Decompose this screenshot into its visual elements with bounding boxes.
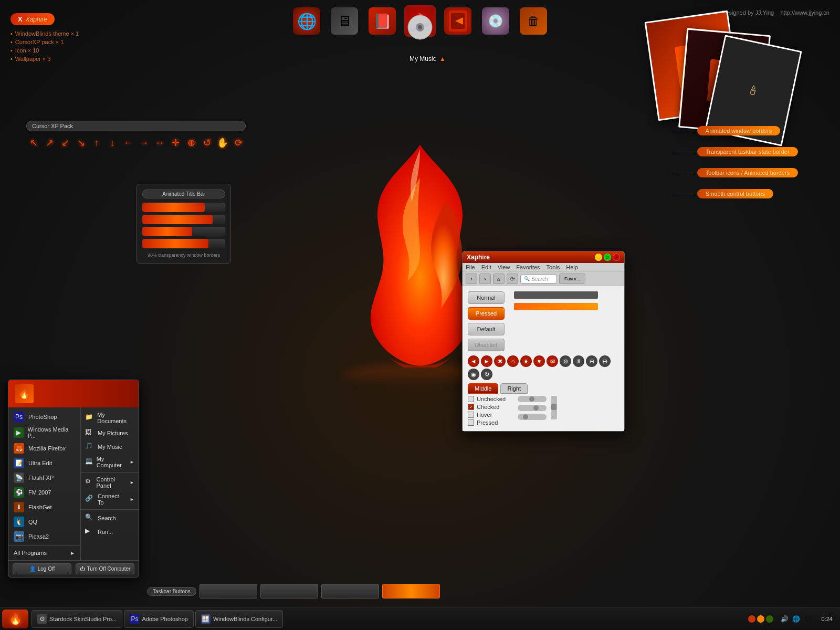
start-item-photoshop[interactable]: Ps PhotoShop xyxy=(8,410,80,424)
picasa-label: Picasa2 xyxy=(28,533,49,540)
title-bar-fill-3 xyxy=(142,227,192,236)
normal-button[interactable]: Normal xyxy=(468,291,505,304)
taskbar-demo-btn-3[interactable] xyxy=(321,584,379,598)
pressed-button[interactable]: Pressed xyxy=(468,307,505,320)
mini-slider-2[interactable] xyxy=(518,405,547,411)
nav-icon-mail[interactable]: ✉ xyxy=(547,355,558,367)
start-control-panel[interactable]: ⚙ Control Panel ► xyxy=(81,474,139,491)
menu-tools[interactable]: Tools xyxy=(547,264,560,270)
home-button[interactable]: ⌂ xyxy=(493,274,505,284)
nav-icon-heart[interactable]: ♥ xyxy=(533,355,545,367)
nav-icon-gray-5[interactable]: ◉ xyxy=(468,369,479,380)
dock-icon-1-img: 🖥 xyxy=(331,7,358,35)
start-item-flashfxp[interactable]: 📡 FlashFXP xyxy=(8,470,80,485)
forward-button[interactable]: › xyxy=(479,274,491,284)
back-button[interactable]: ‹ xyxy=(466,274,477,284)
start-my-pictures[interactable]: 🖼 My Pictures xyxy=(81,426,139,440)
nav-icon-gray-3[interactable]: ⊕ xyxy=(586,355,597,367)
taskbar-demo-btn-1[interactable] xyxy=(200,584,257,598)
mini-controls xyxy=(518,396,547,426)
minimize-button[interactable]: – xyxy=(595,254,602,261)
dock-icon-0[interactable]: 🌐 xyxy=(290,4,323,38)
nav-icon-home[interactable]: ⌂ xyxy=(507,355,519,367)
nav-icon-fav[interactable]: ★ xyxy=(520,355,532,367)
nav-icon-gray-6[interactable]: ↻ xyxy=(481,369,492,380)
dock-icon-1[interactable]: 🖥 xyxy=(328,4,361,38)
menu-help[interactable]: Help xyxy=(566,264,578,270)
taskbar: 🔥 ⚙ Stardock SkinStudio Pro... Ps Adobe … xyxy=(0,607,840,630)
taskbar-item-windowblinds[interactable]: 🪟 WindowBlinds Configur... xyxy=(195,610,283,628)
default-button[interactable]: Default xyxy=(468,323,505,335)
tray-network-icon[interactable]: 🌐 xyxy=(792,615,801,623)
flashfxp-label: FlashFXP xyxy=(28,475,54,481)
cb-checked[interactable]: ✓ xyxy=(468,404,474,410)
tray-red[interactable] xyxy=(748,615,755,623)
start-item-ultraedit[interactable]: 📝 Ultra Edit xyxy=(8,456,80,470)
dock-icon-5[interactable]: 🗑 xyxy=(517,4,550,38)
cursor-14: ⟳ xyxy=(231,135,246,150)
tray-green[interactable] xyxy=(766,615,773,623)
cb-unchecked[interactable] xyxy=(468,396,474,402)
dock-icon-2[interactable]: 📕 xyxy=(365,4,399,38)
refresh-button[interactable]: ⟳ xyxy=(507,274,518,284)
dock-icon-4[interactable]: 💿 xyxy=(479,4,512,38)
start-my-documents[interactable]: 📁 My Documents xyxy=(81,410,139,426)
favorites-button[interactable]: Favor... xyxy=(559,274,585,284)
nav-icon-back[interactable]: ◄ xyxy=(468,355,479,367)
my-computer-icon: 💻 xyxy=(85,457,93,467)
start-item-firefox[interactable]: 🦊 Mozilla Firefox xyxy=(8,441,80,456)
close-button[interactable]: × xyxy=(613,254,620,261)
cb-checked-row: ✓ Checked xyxy=(468,404,506,410)
start-item-wmp[interactable]: ▶ Windows Media P... xyxy=(8,424,80,441)
log-off-button[interactable]: 👤 Log Off xyxy=(13,563,71,574)
start-my-computer[interactable]: 💻 My Computer ► xyxy=(81,454,139,470)
nav-icon-stop[interactable]: ✖ xyxy=(494,355,506,367)
start-my-music[interactable]: 🎵 My Music xyxy=(81,440,139,454)
dock-icon-mymusic[interactable]: 🔥 xyxy=(403,4,437,38)
tray-yellow[interactable] xyxy=(757,615,764,623)
start-run[interactable]: ▶ Run... xyxy=(81,525,139,539)
taskbar-item-photoshop[interactable]: Ps Adobe Photoshop xyxy=(124,610,193,628)
tray-security-icon[interactable]: 🛡 xyxy=(804,615,812,623)
logo-badge: X Xaphire xyxy=(10,13,55,25)
nav-icon-gray-4[interactable]: ⊖ xyxy=(599,355,611,367)
taskbar-item-stardock[interactable]: ⚙ Stardock SkinStudio Pro... xyxy=(32,610,122,628)
cb-hover[interactable] xyxy=(468,412,474,418)
tray-sound-icon[interactable]: 🔊 xyxy=(781,615,789,623)
dock-icon-3[interactable] xyxy=(441,4,475,38)
nav-icon-gray-1[interactable]: ⊘ xyxy=(560,355,571,367)
tab-middle[interactable]: Middle xyxy=(468,383,498,394)
start-item-qq[interactable]: 🐧 QQ xyxy=(8,514,80,529)
cb-unchecked-row: Unchecked xyxy=(468,396,506,402)
start-button[interactable]: 🔥 xyxy=(2,610,28,628)
feature-4-text: Smooth control buttons xyxy=(697,189,773,198)
logo-area: X Xaphire WindowBlinds theme × 1 CursorX… xyxy=(10,13,79,62)
menu-edit[interactable]: Edit xyxy=(481,264,491,270)
cursor-2: ↗ xyxy=(42,135,57,150)
nav-icon-gray-2[interactable]: ⏸ xyxy=(573,355,584,367)
start-item-fm2007[interactable]: ⚽ FM 2007 xyxy=(8,485,80,500)
cursor-8: → xyxy=(136,135,151,150)
mini-slider-3[interactable] xyxy=(518,414,547,420)
nav-icon-forward[interactable]: ► xyxy=(481,355,492,367)
taskbar-demo-btn-4[interactable] xyxy=(382,584,440,598)
disabled-button[interactable]: Disabled xyxy=(468,339,505,351)
mini-slider-1[interactable] xyxy=(518,396,547,402)
taskbar-demo-btn-2[interactable] xyxy=(260,584,318,598)
start-connect-to[interactable]: 🔗 Connect To ► xyxy=(81,491,139,508)
menu-favorites[interactable]: Favorites xyxy=(516,264,540,270)
checkbox-list: Unchecked ✓ Checked Hover Pressed xyxy=(468,396,506,426)
start-search[interactable]: 🔍 Search xyxy=(81,511,139,525)
menu-file[interactable]: File xyxy=(466,264,475,270)
start-item-picasa[interactable]: 📷 Picasa2 xyxy=(8,529,80,544)
turn-off-button[interactable]: ⏻ Turn Off Computer xyxy=(76,563,134,574)
scroll-v-1[interactable] xyxy=(551,396,557,419)
menu-view[interactable]: View xyxy=(498,264,510,270)
cursor-6: ↓ xyxy=(105,135,120,150)
search-box[interactable]: 🔍 Search xyxy=(520,275,557,284)
tab-right[interactable]: Right xyxy=(500,383,528,394)
cb-pressed[interactable] xyxy=(468,419,474,426)
start-item-flashget[interactable]: ⬇ FlashGet xyxy=(8,500,80,514)
start-all-programs[interactable]: All Programs ► xyxy=(8,548,80,558)
maximize-button[interactable]: □ xyxy=(604,254,611,261)
